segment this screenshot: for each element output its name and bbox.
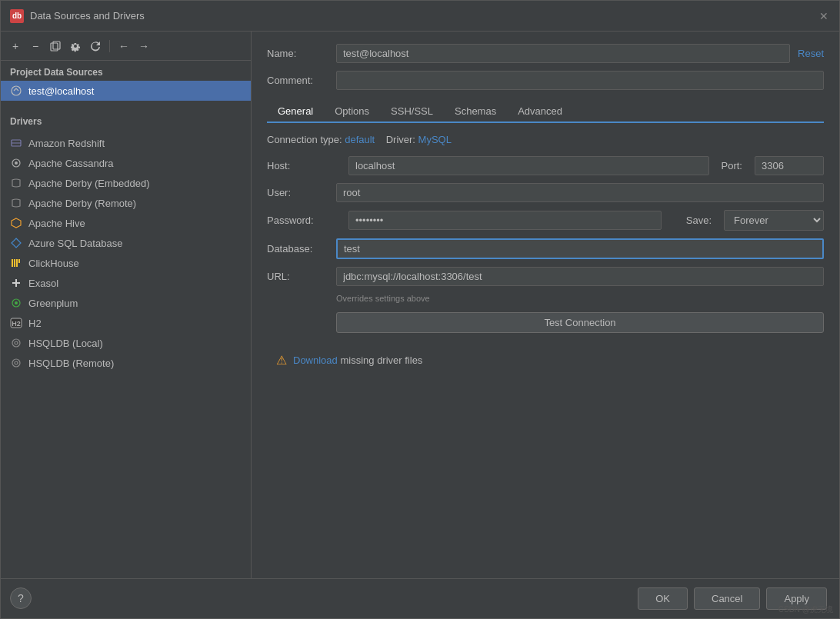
right-panel: Name: Reset Comment: General Options SSH… bbox=[252, 32, 839, 578]
url-row: URL: bbox=[267, 267, 824, 286]
derby-remote-icon bbox=[10, 197, 22, 209]
svg-marker-8 bbox=[12, 238, 21, 248]
close-button[interactable]: ✕ bbox=[818, 10, 830, 22]
driver-name: ClickHouse bbox=[28, 258, 79, 269]
title-bar-left: db Data Sources and Drivers bbox=[10, 9, 145, 23]
host-port-row: Host: Port: bbox=[267, 156, 824, 175]
svg-rect-9 bbox=[12, 259, 13, 267]
tab-general[interactable]: General bbox=[267, 101, 324, 123]
hsqldb-local-icon bbox=[10, 337, 22, 349]
driver-name: Greenplum bbox=[28, 298, 78, 309]
connection-type-row: Connection type: default Driver: MySQL bbox=[267, 134, 824, 145]
app-icon: db bbox=[10, 9, 24, 23]
host-label: Host: bbox=[267, 160, 336, 171]
driver-name: Azure SQL Database bbox=[28, 238, 122, 249]
settings-button[interactable] bbox=[67, 38, 84, 55]
port-label: Port: bbox=[722, 160, 742, 171]
url-label: URL: bbox=[267, 271, 336, 282]
driver-item-hsqldb-local[interactable]: HSQLDB (Local) bbox=[1, 333, 251, 353]
tab-options[interactable]: Options bbox=[324, 101, 380, 123]
comment-row: Comment: bbox=[267, 71, 824, 90]
driver-value[interactable]: MySQL bbox=[418, 134, 452, 145]
user-label: User: bbox=[267, 187, 336, 198]
help-button[interactable]: ? bbox=[10, 587, 32, 609]
driver-item-apache-derby-remote[interactable]: Apache Derby (Remote) bbox=[1, 193, 251, 213]
comment-input[interactable] bbox=[336, 71, 824, 90]
add-button[interactable]: + bbox=[7, 38, 24, 55]
tab-schemas[interactable]: Schemas bbox=[444, 101, 507, 123]
host-input[interactable] bbox=[348, 156, 709, 175]
reset-button[interactable]: Reset bbox=[798, 48, 824, 59]
greenplum-icon bbox=[10, 297, 22, 309]
driver-warning-text: Download missing driver files bbox=[293, 354, 422, 366]
tab-advanced[interactable]: Advanced bbox=[507, 101, 573, 123]
save-select[interactable]: Forever Until restart Never bbox=[724, 210, 824, 231]
datasource-icon bbox=[10, 85, 22, 97]
driver-item-exasol[interactable]: Exasol bbox=[1, 273, 251, 293]
exasol-icon bbox=[10, 277, 22, 289]
password-input[interactable] bbox=[348, 211, 662, 230]
derby-embedded-icon bbox=[10, 177, 22, 189]
svg-rect-12 bbox=[18, 259, 20, 263]
driver-item-apache-hive[interactable]: Apache Hive bbox=[1, 213, 251, 233]
cancel-button[interactable]: Cancel bbox=[694, 587, 760, 610]
svg-point-21 bbox=[12, 359, 20, 367]
remove-button[interactable]: − bbox=[27, 38, 44, 55]
port-input[interactable] bbox=[755, 156, 824, 175]
driver-item-clickhouse[interactable]: ClickHouse bbox=[1, 253, 251, 273]
driver-item-h2[interactable]: H2 H2 bbox=[1, 313, 251, 333]
copy-button[interactable] bbox=[47, 38, 64, 55]
url-input[interactable] bbox=[336, 267, 824, 286]
driver-item-azure-sql[interactable]: Azure SQL Database bbox=[1, 233, 251, 253]
hive-icon bbox=[10, 217, 22, 229]
svg-point-6 bbox=[15, 161, 18, 165]
back-button[interactable]: ← bbox=[115, 38, 132, 55]
driver-item-amazon-redshift[interactable]: Amazon Redshift bbox=[1, 133, 251, 153]
driver-name: Apache Cassandra bbox=[28, 158, 114, 169]
left-toolbar: + − ← → bbox=[1, 32, 251, 61]
cassandra-icon bbox=[10, 157, 22, 169]
driver-item-greenplum[interactable]: Greenplum bbox=[1, 293, 251, 313]
tab-sshssl[interactable]: SSH/SSL bbox=[380, 101, 444, 123]
password-label: Password: bbox=[267, 215, 336, 226]
database-label: Database: bbox=[267, 243, 336, 255]
driver-item-apache-cassandra[interactable]: Apache Cassandra bbox=[1, 153, 251, 173]
connection-type-value[interactable]: default bbox=[345, 134, 375, 145]
connection-type-label: Connection type: bbox=[267, 134, 342, 145]
watermark: CSDN @虎无境 bbox=[778, 604, 833, 615]
driver-item-apache-derby-embedded[interactable]: Apache Derby (Embedded) bbox=[1, 173, 251, 193]
svg-marker-7 bbox=[12, 218, 21, 228]
name-input[interactable] bbox=[336, 44, 790, 63]
download-link[interactable]: Download bbox=[293, 354, 338, 366]
left-panel: + − ← → Project Data Sources bbox=[1, 32, 252, 578]
warning-icon: ⚠ bbox=[276, 353, 287, 368]
project-section-header: Project Data Sources bbox=[1, 61, 251, 81]
h2-icon: H2 bbox=[10, 317, 22, 329]
svg-point-2 bbox=[12, 86, 21, 95]
database-input[interactable] bbox=[336, 238, 824, 259]
ok-button[interactable]: OK bbox=[638, 587, 688, 610]
test-connection-button[interactable]: Test Connection bbox=[336, 312, 824, 333]
comment-label: Comment: bbox=[267, 75, 336, 86]
forward-button[interactable]: → bbox=[135, 38, 152, 55]
drivers-section-header: Drivers bbox=[1, 110, 251, 130]
driver-name: Amazon Redshift bbox=[28, 138, 105, 149]
driver-name: HSQLDB (Local) bbox=[28, 338, 103, 349]
datasource-item-test-localhost[interactable]: test@localhost bbox=[1, 81, 251, 101]
dialog-title: Data Sources and Drivers bbox=[30, 10, 145, 22]
svg-rect-11 bbox=[16, 259, 18, 267]
main-content: + − ← → Project Data Sources bbox=[1, 32, 839, 578]
driver-label: Driver: bbox=[386, 134, 415, 145]
title-bar: db Data Sources and Drivers ✕ bbox=[1, 1, 839, 32]
user-input[interactable] bbox=[336, 183, 824, 202]
driver-name: Apache Derby (Embedded) bbox=[28, 178, 150, 189]
svg-rect-10 bbox=[14, 259, 15, 267]
toolbar-separator bbox=[109, 40, 110, 52]
driver-name: H2 bbox=[28, 318, 42, 329]
driver-item-hsqldb-remote[interactable]: HSQLDB (Remote) bbox=[1, 353, 251, 373]
password-row: Password: Save: Forever Until restart Ne… bbox=[267, 210, 824, 231]
refresh-button[interactable] bbox=[87, 38, 104, 55]
azure-icon bbox=[10, 237, 22, 249]
svg-point-16 bbox=[15, 301, 18, 305]
driver-name: Exasol bbox=[28, 278, 58, 289]
